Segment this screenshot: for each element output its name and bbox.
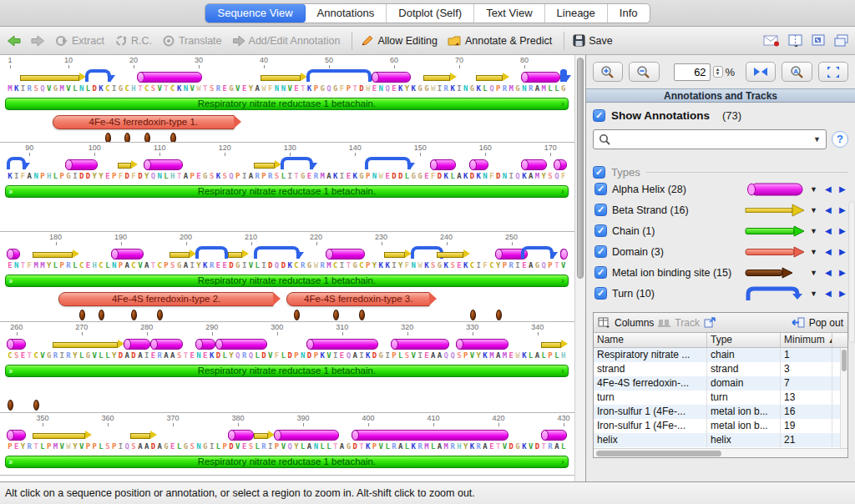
- zoom-to-selection-button[interactable]: A: [782, 62, 812, 82]
- translate-button[interactable]: Translate: [162, 35, 222, 47]
- strand-annotation[interactable]: [228, 249, 247, 259]
- turn-checkbox[interactable]: ✓: [594, 287, 607, 300]
- track-button[interactable]: Track: [675, 317, 700, 329]
- turn-annotation[interactable]: [281, 157, 313, 169]
- new-window-button[interactable]: [834, 34, 848, 47]
- strand-annotation[interactable]: [118, 160, 137, 169]
- prev-annotation-button[interactable]: ◀: [825, 205, 834, 214]
- sequence-residues[interactable]: PEYRTLPMVWYVPPLSPIQSAADAGELGSNGILPDVESLR…: [7, 442, 567, 453]
- table-row[interactable]: Iron-sulfur 1 (4Fe-...metal ion b...16: [594, 405, 847, 419]
- metal-ion-binding-site-annotation[interactable]: [33, 400, 39, 411]
- helix-annotation[interactable]: [326, 249, 365, 260]
- helix-annotation[interactable]: [111, 249, 144, 260]
- popout-button[interactable]: Pop out: [809, 317, 843, 329]
- chain-annotation[interactable]: Respiratory nitrate reductase 1 betachai…: [5, 365, 569, 377]
- domain-annotation[interactable]: 4Fe-4S ferredoxin-type 3.: [286, 292, 430, 306]
- strand-annotation[interactable]: [423, 73, 456, 82]
- metal-ion-binding-site-annotation[interactable]: [105, 133, 111, 143]
- helix-annotation[interactable]: [554, 159, 567, 170]
- tab-annotations[interactable]: Annotations: [306, 4, 387, 23]
- split-view-button[interactable]: [788, 34, 803, 47]
- zoom-in-button[interactable]: [593, 62, 623, 82]
- domain-annotation[interactable]: 4Fe-4S ferredoxin-type 2.: [58, 292, 273, 306]
- types-scrollbar[interactable]: [848, 201, 855, 343]
- type-style-dropdown[interactable]: ▼: [810, 185, 820, 194]
- helix-annotation[interactable]: [215, 339, 267, 350]
- back-button[interactable]: [7, 35, 21, 47]
- strand-checkbox[interactable]: ✓: [594, 204, 607, 216]
- helix-annotation[interactable]: [521, 159, 547, 170]
- table-header-minimum[interactable]: Minimum ▲: [781, 333, 832, 347]
- metal-ion-binding-site-annotation[interactable]: [333, 310, 339, 320]
- chain-annotation[interactable]: Respiratory nitrate reductase 1 betachai…: [5, 98, 569, 110]
- zoom-out-button[interactable]: [629, 62, 659, 82]
- types-checkbox[interactable]: ✓: [593, 166, 605, 179]
- helix-annotation[interactable]: [352, 430, 508, 441]
- zoom-level-input[interactable]: 62: [674, 63, 711, 81]
- scrollbar-thumb[interactable]: [577, 58, 584, 279]
- next-annotation-button[interactable]: ▶: [839, 268, 848, 277]
- full-zoom-button[interactable]: [818, 62, 848, 82]
- domain-checkbox[interactable]: ✓: [594, 245, 607, 258]
- helix-annotation[interactable]: [7, 430, 26, 441]
- table-row[interactable]: Respiratory nitrate ...chain1: [594, 348, 847, 362]
- chain-checkbox[interactable]: ✓: [594, 224, 607, 237]
- table-header-name[interactable]: Name: [594, 333, 707, 347]
- tab-dotplot-self-[interactable]: Dotplot (Self): [387, 4, 474, 23]
- strand-annotation[interactable]: [384, 249, 410, 259]
- tab-text-view[interactable]: Text View: [474, 4, 544, 23]
- prev-annotation-button[interactable]: ◀: [825, 226, 834, 235]
- helix-annotation[interactable]: [456, 339, 508, 350]
- helix-annotation[interactable]: [124, 339, 149, 350]
- allow-editing-button[interactable]: Allow Editing: [361, 34, 438, 47]
- metal-ion-binding-site-annotation[interactable]: [294, 310, 300, 320]
- prev-annotation-button[interactable]: ◀: [825, 268, 834, 277]
- strand-annotation[interactable]: [541, 340, 567, 349]
- next-annotation-button[interactable]: ▶: [839, 205, 848, 214]
- strand-annotation[interactable]: [33, 431, 91, 440]
- metal-ion-binding-site-annotation[interactable]: [144, 133, 150, 143]
- helix-annotation[interactable]: [306, 339, 378, 350]
- chain-annotation[interactable]: Respiratory nitrate reductase 1 betachai…: [5, 275, 569, 287]
- helix-annotation[interactable]: [521, 72, 560, 83]
- helix-annotation[interactable]: [430, 159, 456, 170]
- scrollbar-thumb[interactable]: [596, 451, 721, 456]
- type-style-dropdown[interactable]: ▼: [810, 269, 820, 277]
- type-style-dropdown[interactable]: ▼: [810, 206, 820, 214]
- type-style-dropdown[interactable]: ▼: [810, 290, 820, 298]
- metal-ion-binding-site-annotation[interactable]: [496, 310, 502, 320]
- strand-annotation[interactable]: [169, 249, 195, 259]
- email-button[interactable]: [763, 34, 780, 47]
- helix-annotation[interactable]: [541, 430, 567, 441]
- strand-annotation[interactable]: [33, 249, 78, 259]
- table-header-type[interactable]: Type: [707, 333, 781, 347]
- metal-ion-binding-site-annotation[interactable]: [99, 310, 104, 320]
- helix-annotation[interactable]: [7, 249, 20, 260]
- chain-annotation[interactable]: Respiratory nitrate reductase 1 betachai…: [5, 456, 569, 468]
- table-row[interactable]: turnturn13: [594, 391, 847, 405]
- turn-annotation[interactable]: [306, 69, 372, 82]
- tab-sequence-view[interactable]: Sequence View: [205, 4, 305, 23]
- metal-ion-binding-site-annotation[interactable]: [79, 310, 85, 320]
- help-button[interactable]: ?: [832, 131, 848, 148]
- columns-button[interactable]: Columns: [615, 317, 654, 329]
- metal-ion-binding-site-annotation[interactable]: [131, 310, 137, 320]
- table-row[interactable]: helixhelix21: [594, 433, 847, 447]
- helix-annotation[interactable]: [65, 159, 98, 170]
- table-vertical-scrollbar[interactable]: [840, 348, 847, 448]
- helix-annotation[interactable]: [469, 159, 488, 170]
- table-row[interactable]: 4Fe-4S ferredoxin-...domain7: [594, 376, 847, 391]
- table-row[interactable]: strandstrand3: [594, 362, 847, 376]
- strand-annotation[interactable]: [130, 431, 156, 440]
- strand-annotation[interactable]: [437, 249, 469, 259]
- turn-annotation[interactable]: [365, 157, 411, 169]
- fit-to-width-button[interactable]: [746, 62, 776, 82]
- metal-ion-binding-site-annotation[interactable]: [157, 310, 163, 320]
- helix-checkbox[interactable]: ✓: [594, 183, 607, 195]
- helix-annotation[interactable]: [144, 159, 183, 170]
- sequence-residues[interactable]: CSETCVGRIRYLGVLLYDADAIERAASTENEKDLYQRQLD…: [7, 351, 567, 362]
- helix-annotation[interactable]: [372, 72, 411, 83]
- prev-annotation-button[interactable]: ◀: [825, 247, 834, 256]
- metal-ion-binding-site-annotation[interactable]: [124, 133, 130, 143]
- table-horizontal-scrollbar[interactable]: [594, 448, 847, 457]
